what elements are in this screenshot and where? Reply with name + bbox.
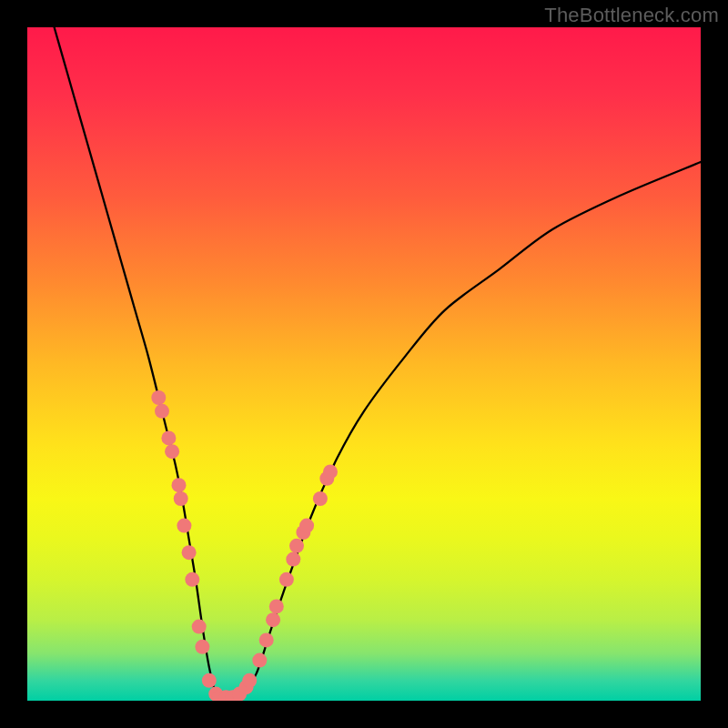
scatter-point bbox=[269, 599, 284, 613]
chart-frame: TheBottleneck.com bbox=[0, 0, 728, 728]
scatter-point bbox=[174, 491, 188, 506]
scatter-point bbox=[161, 430, 176, 445]
scatter-point bbox=[182, 545, 197, 560]
scatter-point bbox=[323, 464, 338, 479]
curve-group bbox=[55, 27, 701, 701]
bottleneck-curve bbox=[55, 27, 701, 701]
scatter-point bbox=[172, 478, 187, 492]
scatter-point bbox=[266, 612, 280, 627]
scatter-point bbox=[252, 653, 267, 668]
scatter-point bbox=[242, 673, 257, 688]
plot-area bbox=[27, 27, 701, 701]
scatter-point bbox=[279, 572, 294, 587]
scatter-point bbox=[185, 572, 199, 587]
scatter-point bbox=[286, 552, 300, 567]
scatter-point bbox=[192, 620, 207, 634]
scatter-point bbox=[155, 404, 169, 419]
scatter-point bbox=[195, 640, 209, 654]
scatter-point bbox=[151, 390, 166, 405]
chart-svg-layer bbox=[27, 27, 701, 701]
scatter-point bbox=[202, 673, 217, 688]
scatter-point bbox=[259, 632, 274, 647]
scatter-point bbox=[289, 539, 304, 553]
scatter-points bbox=[151, 390, 338, 701]
scatter-point bbox=[299, 519, 314, 533]
scatter-point bbox=[313, 491, 328, 506]
watermark-label: TheBottleneck.com bbox=[544, 4, 719, 27]
scatter-point bbox=[177, 519, 191, 533]
scatter-point bbox=[165, 444, 179, 459]
